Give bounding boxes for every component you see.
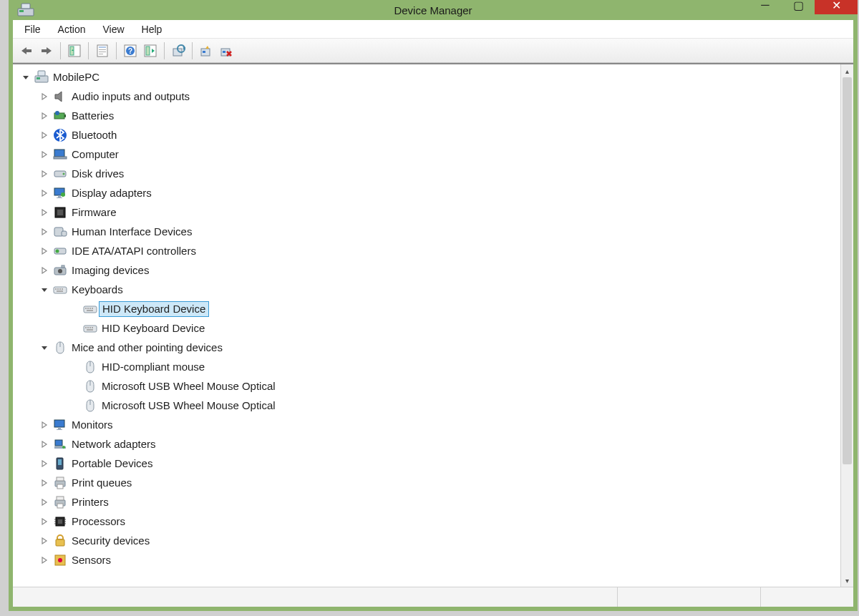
svg-rect-71	[57, 429, 62, 430]
tree-node[interactable]: HID Keyboard Device	[19, 318, 840, 338]
expand-toggle-icon[interactable]	[40, 208, 49, 217]
tree-node[interactable]: Batteries	[19, 106, 840, 125]
tree-node[interactable]: Sensors	[19, 550, 840, 569]
menu-help[interactable]: Help	[135, 22, 170, 36]
expand-toggle-icon[interactable]	[40, 131, 49, 140]
forward-button[interactable]	[37, 41, 56, 60]
uninstall-button[interactable]	[217, 41, 236, 60]
collapse-toggle-icon[interactable]	[40, 343, 49, 352]
tree-node[interactable]: Portable Devices	[19, 454, 840, 473]
tree-node[interactable]: Computer	[19, 145, 840, 164]
collapse-toggle-icon[interactable]	[21, 73, 30, 82]
menu-file[interactable]: File	[17, 22, 48, 36]
svg-rect-70	[58, 427, 61, 429]
tree-node-label: Disk drives	[72, 164, 124, 183]
status-cell	[13, 587, 617, 607]
expand-toggle-icon[interactable]	[40, 537, 49, 545]
svg-rect-61	[87, 327, 89, 328]
vertical-scrollbar[interactable]: ▴ ▾	[840, 64, 853, 587]
tree-node[interactable]: Printers	[19, 492, 840, 512]
network-icon	[53, 437, 67, 451]
expand-toggle-icon[interactable]	[40, 150, 49, 159]
tree-node-label: Audio inputs and outputs	[72, 87, 190, 106]
tree-node[interactable]: MobilePC	[19, 67, 840, 87]
refresh-button[interactable]	[141, 41, 160, 60]
scan-hardware-button[interactable]	[197, 41, 215, 60]
scroll-thumb[interactable]	[843, 77, 852, 464]
scroll-down-icon[interactable]: ▾	[841, 574, 853, 587]
expand-toggle-icon[interactable]	[40, 459, 49, 468]
expand-toggle-icon[interactable]	[40, 92, 49, 101]
svg-point-45	[58, 269, 62, 273]
tree-node-label: Monitors	[72, 415, 113, 434]
tree-node[interactable]: Security devices	[19, 531, 840, 550]
device-tree[interactable]: MobilePCAudio inputs and outputsBatterie…	[13, 64, 840, 587]
show-hidden-button[interactable]	[65, 41, 84, 60]
tree-node[interactable]: HID-compliant mouse	[19, 357, 840, 376]
expand-toggle-icon[interactable]	[40, 421, 49, 429]
expand-toggle-icon[interactable]	[40, 556, 49, 564]
tree-node[interactable]: Print queues	[19, 473, 840, 492]
computer-icon	[53, 147, 67, 162]
svg-point-43	[56, 249, 59, 253]
tree-node[interactable]: Keyboards	[19, 280, 840, 299]
tree-node[interactable]: HID Keyboard Device	[19, 299, 840, 318]
minimize-button[interactable]: ─	[749, 0, 782, 14]
properties-button[interactable]	[93, 41, 112, 60]
expand-toggle-icon[interactable]	[40, 189, 49, 197]
expand-toggle-icon[interactable]	[40, 228, 49, 236]
svg-rect-41	[62, 231, 67, 236]
svg-rect-60	[85, 327, 87, 328]
expand-toggle-icon[interactable]	[40, 479, 49, 487]
toolbar-separator	[60, 42, 61, 59]
mouse-icon	[83, 399, 97, 413]
expand-toggle-icon[interactable]	[40, 266, 49, 275]
tree-node[interactable]: Bluetooth	[19, 125, 840, 145]
svg-rect-52	[57, 290, 63, 292]
content-area: MobilePCAudio inputs and outputsBatterie…	[13, 63, 853, 587]
back-button[interactable]	[17, 41, 36, 60]
collapse-toggle-icon[interactable]	[40, 285, 49, 294]
tree-node[interactable]: Firmware	[19, 202, 840, 222]
toolbar-separator	[116, 42, 117, 59]
tree-node[interactable]: Microsoft USB Wheel Mouse Optical	[19, 396, 840, 415]
svg-rect-51	[62, 288, 63, 290]
svg-rect-81	[57, 497, 64, 500]
expand-toggle-icon[interactable]	[40, 170, 49, 178]
expand-toggle-icon[interactable]	[40, 247, 49, 255]
tree-node[interactable]: Processors	[19, 512, 840, 531]
svg-rect-31	[54, 157, 67, 159]
computer-root-icon	[34, 70, 49, 84]
help-button[interactable]: ?	[121, 41, 140, 60]
tree-node[interactable]: Disk drives	[19, 164, 840, 183]
tree-node-label: HID-compliant mouse	[102, 357, 205, 376]
tree-node[interactable]: IDE ATA/ATAPI controllers	[19, 241, 840, 260]
maximize-button[interactable]: ▢	[782, 0, 815, 14]
tree-node[interactable]: Network adapters	[19, 434, 840, 454]
expand-toggle-icon[interactable]	[40, 498, 49, 507]
scroll-up-icon[interactable]: ▴	[841, 64, 853, 77]
tree-node[interactable]: Human Interface Devices	[19, 222, 840, 241]
expand-toggle-icon[interactable]	[40, 112, 49, 120]
tree-node[interactable]: Audio inputs and outputs	[19, 87, 840, 106]
expand-toggle-icon[interactable]	[40, 440, 49, 449]
tree-node[interactable]: Imaging devices	[19, 260, 840, 280]
update-driver-button[interactable]	[169, 41, 188, 60]
tree-node[interactable]: Display adapters	[19, 183, 840, 202]
firmware-icon	[53, 205, 67, 220]
tree-node-label: Sensors	[72, 550, 111, 569]
statusbar	[13, 587, 853, 607]
close-button[interactable]: ✕	[815, 0, 858, 14]
expand-toggle-icon[interactable]	[40, 517, 49, 526]
svg-rect-3	[26, 49, 31, 52]
svg-rect-49	[57, 288, 59, 290]
svg-rect-46	[62, 265, 64, 268]
menu-view[interactable]: View	[95, 22, 131, 36]
tree-node[interactable]: Mice and other pointing devices	[19, 338, 840, 357]
scroll-track[interactable]	[841, 77, 853, 574]
tree-node[interactable]: Monitors	[19, 415, 840, 434]
titlebar[interactable]: Device Manager ─ ▢ ✕	[13, 0, 853, 20]
svg-rect-2	[21, 4, 30, 9]
menu-action[interactable]: Action	[51, 22, 93, 36]
tree-node[interactable]: Microsoft USB Wheel Mouse Optical	[19, 376, 840, 396]
